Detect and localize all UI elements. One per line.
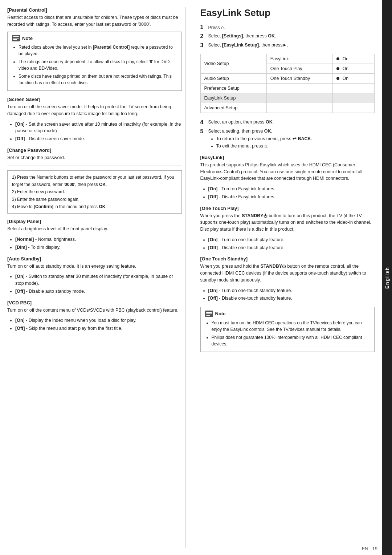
easylink-heading: EasyLink Setup <box>200 7 375 19</box>
list-item: [On] - Turn on EasyLink features. <box>208 186 375 193</box>
preference-feature <box>266 83 332 93</box>
vcd-pbc-section: [VCD PBC] Turn on or off the content men… <box>7 300 182 332</box>
table-row: Preference Setup <box>200 83 375 93</box>
preference-setup-header: Preference Setup <box>200 83 266 93</box>
password-box: 1) Press the Numeric buttons to enter th… <box>7 170 182 214</box>
table-row-highlighted: EasyLink Setup <box>200 93 375 103</box>
footer: EN 19 <box>362 546 377 551</box>
step-text-2: Select [Settings], then press OK. <box>208 33 375 40</box>
list-item: [Off] - Disable one-touch play feature. <box>208 244 375 251</box>
preference-status <box>332 83 374 93</box>
list-item: Rated discs above the level you set in [… <box>19 44 177 57</box>
step-num-4: 4 <box>200 119 208 126</box>
step-5: 5 Select a setting, then press OK. To re… <box>200 128 375 150</box>
list-item: [Dim] - To dim display. <box>15 244 182 251</box>
easylink-status: On <box>332 54 374 64</box>
list-item: [Off] - Skip the menu and start play fro… <box>15 325 182 332</box>
setup-table: Video Setup EasyLink On One Touch Play O… <box>200 54 375 113</box>
auto-standby-title: [Auto Standby] <box>7 256 182 262</box>
one-touch-play-title: [One Touch Play] <box>200 206 375 211</box>
parental-control-note-list: Rated discs above the level you set in [… <box>12 44 177 86</box>
steps-4-5: 4 Select an option, then press OK. 5 Sel… <box>200 119 375 150</box>
list-item: You must turn on the HDMI CEC operations… <box>212 320 370 333</box>
one-touch-play-list: [On] - Turn on one-touch play feature. [… <box>200 236 375 251</box>
easylink-setup-status <box>332 93 374 103</box>
list-item: [On] - Display the index menu when you l… <box>15 317 182 324</box>
list-item: [Off] - Disable one-touch standby featur… <box>208 295 375 302</box>
password-step: 3) Enter the same password again. <box>12 196 177 203</box>
screen-saver-title: [Screen Saver] <box>7 97 182 102</box>
advanced-setup-header: Advanced Setup <box>200 103 266 113</box>
parental-control-note: Note Rated discs above the level you set… <box>7 32 182 91</box>
main-content: [Parental Control] Restrict access to di… <box>0 0 382 555</box>
note-label: Note <box>22 35 33 42</box>
step-4: 4 Select an option, then press OK. <box>200 119 375 126</box>
list-item: [On] - Turn on one-touch play feature. <box>208 236 375 243</box>
video-setup-header: Video Setup <box>200 54 266 73</box>
display-panel-section: [Display Panel] Select a brightness leve… <box>7 219 182 251</box>
display-panel-title: [Display Panel] <box>7 219 182 224</box>
list-item: The ratings are country-dependent. To al… <box>19 58 177 72</box>
easylink-setup-feature <box>266 93 332 103</box>
list-item: Philips does not guarantee 100% interope… <box>212 334 370 347</box>
step-3: 3 Select [EasyLink Setup], then press►. <box>200 42 375 49</box>
password-step: 4) Move to [Confirm] in the menu and pre… <box>12 203 177 210</box>
step-text-5: Select a setting, then press OK. To retu… <box>208 128 375 150</box>
password-step: 1) Press the Numeric buttons to enter th… <box>12 174 177 189</box>
step-text-4: Select an option, then press OK. <box>208 119 375 126</box>
one-touch-play-section: [One Touch Play] When you press the STAN… <box>200 206 375 251</box>
table-row: Video Setup EasyLink On <box>200 54 375 64</box>
list-item: [Off] - Disable auto standby mode. <box>15 288 182 295</box>
parental-control-title: [Parental Control] <box>7 7 182 13</box>
password-step: 2) Enter the new password. <box>12 188 177 195</box>
step-2: 2 Select [Settings], then press OK. <box>200 33 375 40</box>
display-panel-list: [Normal] - Normal brightness. [Dim] - To… <box>7 236 182 251</box>
side-tab-label: English <box>384 267 390 289</box>
screen-saver-section: [Screen Saver] Turn on or off the screen… <box>7 97 182 142</box>
one-touch-play-body: When you press the STANDBY⏻ button to tu… <box>200 212 375 233</box>
step-num-1: 1 <box>200 24 208 31</box>
bottom-note-list: You must turn on the HDMI CEC operations… <box>205 320 370 347</box>
intro-steps: 1 Press ⌂. 2 Select [Settings], then pre… <box>200 24 375 49</box>
step-num-5: 5 <box>200 128 208 150</box>
vcd-pbc-title: [VCD PBC] <box>7 300 182 305</box>
step-text-1: Press ⌂. <box>208 24 375 31</box>
advanced-feature <box>266 103 332 113</box>
one-touch-play-feature: One Touch Play <box>266 64 332 73</box>
one-touch-standby-feature: One Touch Standby <box>266 73 332 83</box>
footer-en: EN <box>362 546 368 551</box>
status-dot <box>336 57 339 60</box>
table-row: Audio Setup One Touch Standby On <box>200 73 375 83</box>
bottom-note-header: Note <box>205 310 370 317</box>
change-password-section: [Change Password] Set or change the pass… <box>7 147 182 214</box>
auto-standby-section: [Auto Standby] Turn on or off auto stand… <box>7 256 182 295</box>
step-1: 1 Press ⌂. <box>200 24 375 31</box>
note-icon-bottom <box>205 311 213 317</box>
page-container: English [Parental Control] Restrict acce… <box>0 0 392 555</box>
one-touch-standby-section: [One Touch Standby] When you press and h… <box>200 256 375 302</box>
list-item: To return to the previous menu, press ↩ … <box>216 135 375 142</box>
home-icon-2: ⌂ <box>264 143 267 149</box>
status-dot <box>336 77 339 80</box>
one-touch-standby-status: On <box>332 73 374 83</box>
status-dot <box>336 67 339 70</box>
one-touch-standby-body: When you press and hold the STANDBY⏻ but… <box>200 263 375 283</box>
list-item: [On] - Switch to standby after 30 minute… <box>15 273 182 287</box>
side-tab: English <box>382 0 392 555</box>
footer-page: 19 <box>372 546 377 551</box>
step-num-2: 2 <box>200 33 208 40</box>
note-icon <box>12 35 20 41</box>
bottom-note-box: Note You must turn on the HDMI CEC opera… <box>200 307 375 352</box>
standby-icon-2: ⏻ <box>282 264 286 268</box>
bottom-note-label: Note <box>215 310 226 317</box>
list-item: [On] - Set the screen saver active after… <box>15 121 182 135</box>
divider <box>7 166 182 166</box>
standby-icon: ⏻ <box>264 214 268 218</box>
step-5-substeps: To return to the previous menu, press ↩ … <box>208 135 375 150</box>
vcd-pbc-body: Turn on or off the content menu of VCDs/… <box>7 307 182 314</box>
easylink-info-list: [On] - Turn on EasyLink features. [Off] … <box>200 186 375 200</box>
easylink-info-section: [EasyLink] This product supports Philips… <box>200 155 375 200</box>
one-touch-standby-title: [One Touch Standby] <box>200 256 375 262</box>
note-header: Note <box>12 35 177 42</box>
one-touch-play-status: On <box>332 64 374 73</box>
